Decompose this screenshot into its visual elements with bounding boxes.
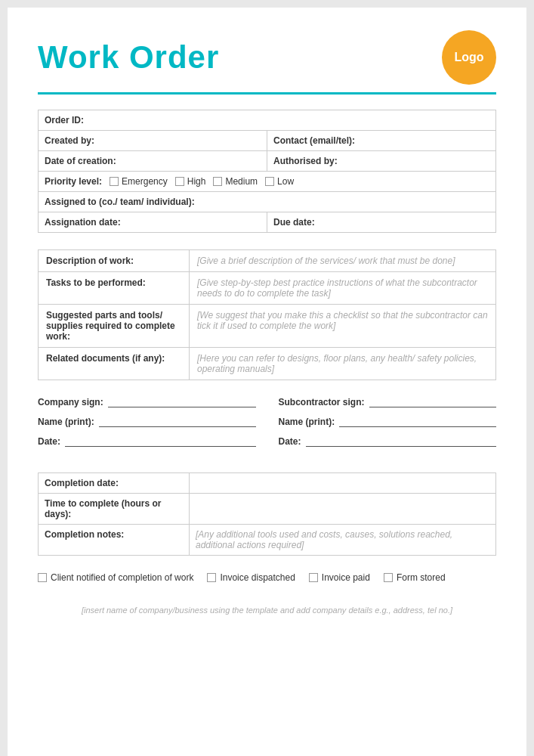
order-id-label: Order ID:: [45, 115, 84, 125]
table-row: Tasks to be performed: [Give step-by-ste…: [39, 272, 496, 305]
table-row: Completion notes: [Any additional tools …: [39, 525, 496, 556]
footer: [insert name of company/business using t…: [38, 598, 496, 615]
low-checkbox[interactable]: [265, 177, 274, 186]
table-row: Priority level: Emergency High Medium: [39, 172, 496, 192]
form-stored-checkbox[interactable]: [384, 573, 393, 582]
company-name-row: Name (print):: [38, 417, 256, 427]
tasks-hint: [Give step-by-step best practice instruc…: [190, 272, 496, 305]
authorised-by-label: Authorised by:: [273, 156, 338, 166]
emergency-checkbox[interactable]: [110, 177, 119, 186]
header-divider: [38, 92, 496, 94]
completion-date-label: Completion date:: [39, 473, 190, 494]
priority-low[interactable]: Low: [265, 176, 294, 187]
sub-sign-line: [369, 407, 496, 407]
page-title: Work Order: [38, 39, 219, 76]
header: Work Order Logo: [38, 30, 496, 85]
logo: Logo: [442, 30, 496, 85]
description-hint: [Give a brief description of the service…: [190, 250, 496, 272]
table-row: Description of work: [Give a brief descr…: [39, 250, 496, 272]
company-date-label: Date:: [38, 436, 60, 447]
check-invoice-paid[interactable]: Invoice paid: [309, 572, 370, 583]
bottom-checks: Client notified of completion of work In…: [38, 572, 496, 583]
sub-date-row: Date:: [279, 436, 497, 447]
high-checkbox[interactable]: [175, 177, 184, 186]
priority-medium[interactable]: Medium: [213, 176, 258, 187]
parts-label: Suggested parts and tools/ supplies requ…: [39, 305, 190, 348]
table-row: Date of creation: Authorised by:: [39, 151, 496, 172]
check-form-stored[interactable]: Form stored: [384, 572, 446, 583]
sub-date-line: [306, 446, 496, 447]
company-sign-label: Company sign:: [38, 397, 103, 407]
tasks-label: Tasks to be performed:: [39, 272, 190, 305]
company-name-label: Name (print):: [38, 417, 94, 427]
low-label: Low: [277, 176, 294, 187]
subcontractor-signature-col: Subcontractor sign: Name (print): Date:: [279, 397, 497, 456]
company-signature-col: Company sign: Name (print): Date:: [38, 397, 256, 456]
contact-label: Contact (email/tel):: [273, 135, 355, 146]
priority-label: Priority level:: [45, 176, 102, 187]
emergency-label: Emergency: [122, 176, 168, 187]
company-date-line: [65, 446, 255, 447]
due-date-label: Due date:: [273, 217, 315, 228]
created-by-label: Created by:: [45, 135, 94, 146]
related-docs-label: Related documents (if any):: [39, 348, 190, 380]
priority-high[interactable]: High: [175, 176, 206, 187]
form-stored-label: Form stored: [397, 572, 446, 583]
table-row: Completion date:: [39, 473, 496, 494]
sub-name-label: Name (print):: [279, 417, 335, 427]
priority-emergency[interactable]: Emergency: [110, 176, 168, 187]
company-name-line: [99, 426, 256, 427]
completion-notes-label: Completion notes:: [39, 525, 190, 556]
invoice-dispatched-label: Invoice dispatched: [220, 572, 295, 583]
description-label: Description of work:: [39, 250, 190, 272]
assigned-to-label: Assigned to (co./ team/ individual):: [45, 197, 195, 207]
info-table: Order ID: Created by: Contact (email/tel…: [38, 110, 496, 233]
sub-name-line: [339, 426, 496, 427]
parts-hint: [We suggest that you make this a checkli…: [190, 305, 496, 348]
sub-sign-label: Subcontractor sign:: [279, 397, 365, 407]
sub-name-row: Name (print):: [279, 417, 497, 427]
medium-label: Medium: [225, 176, 258, 187]
table-row: Time to complete (hours or days):: [39, 494, 496, 525]
table-row: Created by: Contact (email/tel):: [39, 131, 496, 151]
table-row: Assignation date: Due date:: [39, 212, 496, 233]
table-row: Assigned to (co./ team/ individual):: [39, 192, 496, 212]
invoice-dispatched-checkbox[interactable]: [207, 573, 216, 582]
invoice-paid-label: Invoice paid: [322, 572, 370, 583]
description-table: Description of work: [Give a brief descr…: [38, 249, 496, 380]
sub-sign-row: Subcontractor sign:: [279, 397, 497, 407]
company-sign-row: Company sign:: [38, 397, 256, 407]
table-row: Suggested parts and tools/ supplies requ…: [39, 305, 496, 348]
check-client-notified[interactable]: Client notified of completion of work: [38, 572, 193, 583]
table-row: Related documents (if any): [Here you ca…: [39, 348, 496, 380]
client-notified-label: Client notified of completion of work: [51, 572, 193, 583]
time-complete-label: Time to complete (hours or days):: [39, 494, 190, 525]
priority-row: Priority level: Emergency High Medium: [45, 176, 489, 187]
date-creation-label: Date of creation:: [45, 156, 116, 166]
sub-date-label: Date:: [279, 436, 301, 447]
high-label: High: [187, 176, 206, 187]
related-docs-hint: [Here you can refer to designs, floor pl…: [190, 348, 496, 380]
completion-notes-hint: [Any additional tools used and costs, ca…: [190, 525, 496, 556]
client-notified-checkbox[interactable]: [38, 573, 47, 582]
company-sign-line: [108, 407, 256, 407]
check-invoice-dispatched[interactable]: Invoice dispatched: [207, 572, 295, 583]
signature-section: Company sign: Name (print): Date: Subcon…: [38, 397, 496, 456]
completion-table: Completion date: Time to complete (hours…: [38, 472, 496, 556]
invoice-paid-checkbox[interactable]: [309, 573, 318, 582]
medium-checkbox[interactable]: [213, 177, 222, 186]
footer-text: [insert name of company/business using t…: [82, 606, 452, 615]
company-date-row: Date:: [38, 436, 256, 447]
assignation-date-label: Assignation date:: [45, 217, 121, 228]
work-order-page: Work Order Logo Order ID: Created by: Co…: [8, 8, 526, 756]
table-row: Order ID:: [39, 110, 496, 131]
